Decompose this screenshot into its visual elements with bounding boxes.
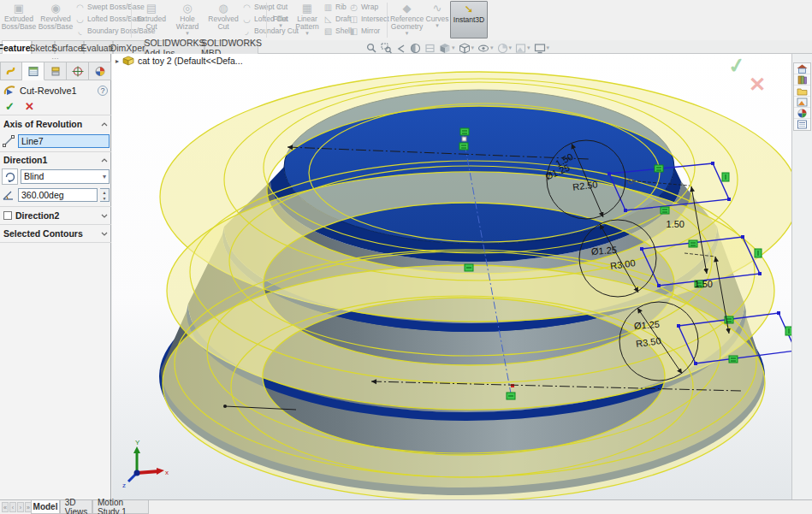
view-palette-button[interactable] xyxy=(794,97,810,108)
view-orientation-button[interactable]: ▾ xyxy=(439,43,455,54)
tab-3d-views[interactable]: 3D Views xyxy=(60,500,92,514)
triad-z-label: z xyxy=(122,482,126,489)
angle-row: 360.00deg ▲ ▼ xyxy=(0,187,111,203)
section-view-icon[interactable] xyxy=(410,43,421,54)
reference-geometry-button[interactable]: ◆ Reference Geometry ▾ xyxy=(389,1,424,38)
relation-handle[interactable] xyxy=(655,165,663,172)
ribbon-separator xyxy=(131,3,132,38)
fillet-caret-icon: ▾ xyxy=(279,23,282,28)
configuration-manager-tab[interactable] xyxy=(44,62,67,80)
ok-button[interactable]: ✓ xyxy=(5,100,15,113)
relation-handle[interactable] xyxy=(755,249,762,257)
nav-first-button[interactable]: « xyxy=(2,502,9,512)
zoom-to-fit-icon[interactable] xyxy=(366,43,377,54)
revolved-boss-button[interactable]: ◉ Revolved Boss/Base xyxy=(38,1,74,38)
tab-dimxpert[interactable]: DimXpert xyxy=(113,40,145,54)
display-manager-tab[interactable] xyxy=(89,62,111,80)
ribbon-separator xyxy=(387,3,388,38)
custom-properties-button[interactable] xyxy=(794,119,810,130)
intersect-button[interactable]: ◫Intersect xyxy=(349,13,389,25)
tab-model[interactable]: Model xyxy=(31,500,60,514)
zoom-to-area-icon[interactable] xyxy=(381,43,392,54)
instant3d-button[interactable]: ➘ Instant3D xyxy=(450,1,488,38)
dropdown-caret-icon: ▾ xyxy=(103,173,106,180)
lofted-cut-icon: ◡ xyxy=(242,15,252,24)
tree-expander-icon[interactable]: ▸ xyxy=(116,57,119,65)
tab-solidworks-mbd[interactable]: SOLIDWORKS MBD xyxy=(204,40,258,54)
shell-button[interactable]: ▧Shell xyxy=(323,25,352,37)
extruded-cut-button[interactable]: ▤ Extruded Cut xyxy=(134,1,169,38)
spin-down-icon[interactable]: ▼ xyxy=(100,195,109,201)
relation-handle[interactable] xyxy=(460,128,469,135)
hole-wizard-button[interactable]: ◎ Hole Wizard ▾ xyxy=(170,1,204,38)
design-library-button[interactable] xyxy=(794,74,810,86)
direction2-checkbox[interactable] xyxy=(3,211,12,220)
cancel-button[interactable]: ✕ xyxy=(25,100,34,113)
curves-button[interactable]: ∿ Curves ▾ xyxy=(426,1,448,38)
hide-show-caret-icon: ▾ xyxy=(490,45,494,50)
view-settings-button[interactable]: ▾ xyxy=(534,43,550,54)
wrap-button[interactable]: ◴Wrap xyxy=(349,1,389,13)
mirror-button[interactable]: ◧Mirror xyxy=(349,25,389,37)
relation-handle[interactable] xyxy=(722,173,729,181)
configuration-manager-icon xyxy=(50,66,62,77)
tab-solidworks-add-ins[interactable]: SOLIDWORKS Add-Ins xyxy=(145,40,204,54)
relation-handle[interactable] xyxy=(689,240,697,247)
flyout-feature-tree[interactable]: ▸ cat toy 2 (Default<<Defa... xyxy=(116,56,243,66)
relation-handle[interactable] xyxy=(465,264,473,271)
relation-handle[interactable] xyxy=(785,327,791,335)
feature-title: Cut-Revolve1 xyxy=(20,86,77,96)
nav-next-button[interactable]: › xyxy=(17,502,24,512)
dimxpert-manager-tab[interactable] xyxy=(67,62,89,80)
hide-show-items-button[interactable]: ▾ xyxy=(477,43,494,54)
home-icon xyxy=(797,64,808,74)
revolve-direction-icon[interactable] xyxy=(2,168,18,185)
previous-view-icon[interactable] xyxy=(395,43,406,54)
confirm-ok-button[interactable]: ✓ xyxy=(726,53,747,80)
nav-prev-button[interactable]: ‹ xyxy=(9,502,16,512)
view-orientation-cube-icon xyxy=(439,43,451,54)
angle-input[interactable]: 360.00deg xyxy=(18,188,98,202)
apply-scene-button[interactable]: ▾ xyxy=(515,43,530,54)
graphics-viewport[interactable]: 1.50 Ø1.25 R2.50 Ø1.25 R3.00 Ø1.25 xyxy=(112,54,791,499)
property-manager-tab[interactable] xyxy=(22,62,44,80)
spin-up-icon[interactable]: ▲ xyxy=(100,189,109,195)
direction1-header[interactable]: Direction1 xyxy=(0,153,111,167)
draft-button[interactable]: ◺Draft xyxy=(323,13,352,25)
solidworks-resources-button[interactable] xyxy=(794,63,810,74)
panel-splitter[interactable]: … xyxy=(0,52,110,61)
linear-pattern-button[interactable]: ▦ Linear Pattern ▾ xyxy=(293,1,322,38)
tab-motion-study-1[interactable]: Motion Study 1 xyxy=(92,500,149,514)
appearances-scenes-button[interactable] xyxy=(794,108,810,119)
fillet-button[interactable]: ◜ Fillet ▾ xyxy=(269,1,293,38)
direction2-header[interactable]: Direction2 xyxy=(0,209,111,222)
help-icon[interactable]: ? xyxy=(98,86,108,96)
extruded-boss-button[interactable]: ▣ Extruded Boss/Base xyxy=(2,1,36,38)
triad-x-label: x xyxy=(165,469,169,476)
relation-handle[interactable] xyxy=(729,356,738,363)
dimension-text: 1.50 xyxy=(695,279,713,289)
linear-pattern-caret-icon: ▾ xyxy=(305,31,309,36)
selected-contours-header[interactable]: Selected Contours xyxy=(0,227,111,240)
hole-wizard-caret-icon: ▾ xyxy=(186,31,189,36)
end-condition-row: Blind▾ xyxy=(0,168,111,185)
axis-selection-field[interactable]: Line7 xyxy=(18,134,110,148)
edit-appearance-button[interactable]: ▾ xyxy=(497,43,513,54)
mirror-icon: ◧ xyxy=(349,27,359,36)
file-explorer-button[interactable] xyxy=(794,86,810,97)
axis-of-revolution-header[interactable]: Axis of Revolution xyxy=(0,117,111,131)
relation-handle[interactable] xyxy=(507,393,515,399)
rib-button[interactable]: ▥Rib xyxy=(323,1,352,13)
feature-manager-tree-tab[interactable] xyxy=(0,62,22,80)
display-style-caret-icon: ▾ xyxy=(471,45,475,50)
angle-spinner[interactable]: ▲ ▼ xyxy=(100,188,110,202)
revolved-cut-button[interactable]: ◍ Revolved Cut xyxy=(206,1,240,38)
sketch-point[interactable] xyxy=(511,384,514,387)
relation-handle[interactable] xyxy=(661,207,669,214)
confirm-cancel-button[interactable]: ✕ xyxy=(749,73,766,97)
relation-handle[interactable] xyxy=(459,143,468,150)
end-condition-dropdown[interactable]: Blind▾ xyxy=(21,169,110,184)
axis-midpoint-handle[interactable] xyxy=(462,137,466,141)
3d-drawing-view-icon[interactable] xyxy=(424,43,436,54)
display-style-button[interactable]: ▾ xyxy=(459,43,475,54)
